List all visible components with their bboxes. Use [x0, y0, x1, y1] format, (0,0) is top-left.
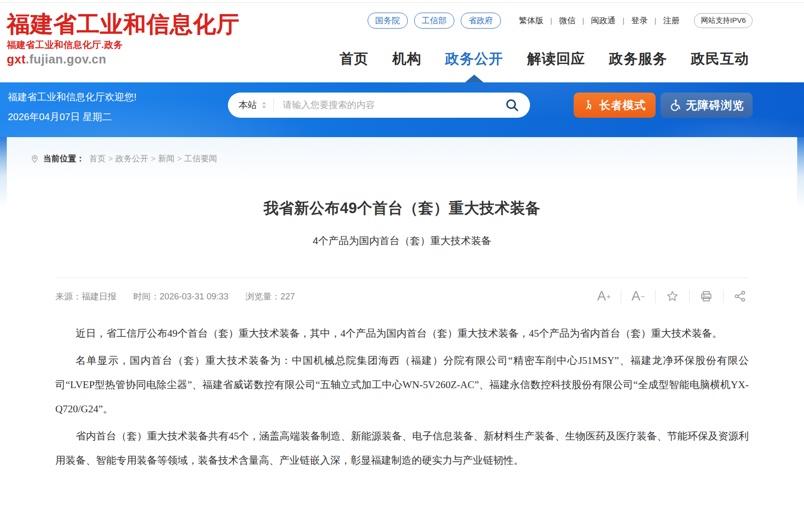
- content-background: 当前位置： 首页 > 政务公开 > 新闻 > 工信要闻 我省新公布49个首台（套…: [0, 137, 804, 532]
- meta-time: 时间：2026-03-31 09:33: [133, 292, 228, 301]
- link-miit[interactable]: 工信部: [414, 13, 454, 29]
- wheelchair-icon: [669, 99, 682, 111]
- crumb-industry-news[interactable]: 工信要闻: [184, 153, 217, 164]
- site-url-rest: .fujian.gov.cn: [26, 52, 106, 66]
- search-icon: [505, 98, 519, 112]
- nav-item-services[interactable]: 政务服务: [609, 49, 667, 82]
- link-minzhengtong[interactable]: 闽政通: [591, 15, 616, 26]
- share-button[interactable]: [723, 290, 749, 303]
- nav-item-gov-info[interactable]: 政务公开: [445, 49, 503, 82]
- minus-sign: −: [641, 293, 645, 300]
- site-url-prefix: gxt: [7, 52, 26, 66]
- link-separator: |: [655, 16, 657, 25]
- search-scope-select[interactable]: 本站: [239, 99, 267, 111]
- article: 我省新公布49个首台（套）重大技术装备 4个产品为国内首台（套）重大技术装备 来…: [7, 198, 797, 472]
- nav-item-interaction[interactable]: 政民互动: [691, 49, 749, 82]
- font-decrease-button[interactable]: A−: [621, 290, 655, 303]
- elder-mode-label: 长者模式: [599, 98, 646, 113]
- location-pin-icon: [30, 154, 39, 163]
- site-logo[interactable]: 福建省工业和信息化厅 福建省工业和信息化厅.政务 gxt.fujian.gov.…: [7, 12, 240, 66]
- breadcrumb-label: 当前位置：: [43, 153, 84, 164]
- search-scope-value: 本站: [239, 99, 257, 111]
- article-body: 近日，省工信厅公布49个首台（套）重大技术装备，其中，4个产品为国内首台（套）重…: [55, 321, 749, 472]
- font-increase-button[interactable]: A+: [587, 290, 621, 303]
- welcome-text: 福建省工业和信息化厅欢迎您!: [8, 87, 137, 107]
- site-title: 福建省工业和信息化厅: [7, 12, 240, 37]
- article-meta-row: 来源：福建日报 时间：2026-03-31 09:33 浏览量：227 A+ A…: [55, 278, 749, 303]
- printer-icon: [700, 290, 713, 303]
- link-separator: |: [582, 16, 584, 25]
- date-text: 2026年04月07日 星期二: [8, 107, 137, 127]
- search-button[interactable]: [505, 98, 519, 112]
- crumb-home[interactable]: 首页: [89, 153, 106, 164]
- search-divider: [273, 99, 274, 111]
- font-letter: A: [597, 290, 606, 303]
- breadcrumb: 当前位置： 首页 > 政务公开 > 新闻 > 工信要闻: [7, 137, 797, 164]
- link-state-council[interactable]: 国务院: [368, 13, 408, 29]
- search-bar: 本站: [228, 93, 530, 118]
- meta-views: 浏览量：227: [245, 292, 295, 301]
- print-button[interactable]: [689, 290, 723, 303]
- star-icon: [666, 290, 679, 303]
- elder-mode-button[interactable]: 长者模式: [574, 93, 656, 118]
- banner-welcome: 福建省工业和信息化厅欢迎您! 2026年04月07日 星期二: [8, 87, 137, 127]
- nav-item-home[interactable]: 首页: [339, 49, 369, 82]
- meta-source: 来源：福建日报: [55, 292, 116, 301]
- crumb-separator: >: [151, 154, 156, 164]
- favorite-button[interactable]: [655, 290, 689, 303]
- top-utility-bar: 国务院 工信部 省政府 繁体版 | 微信 | 闽政通 | 登录 | 注册 网站支…: [368, 13, 753, 29]
- search-input[interactable]: [282, 99, 500, 111]
- link-separator: |: [623, 16, 625, 25]
- link-register[interactable]: 注册: [663, 15, 679, 26]
- link-separator: |: [550, 16, 552, 25]
- utility-links: 繁体版 | 微信 | 闽政通 | 登录 | 注册: [519, 15, 680, 26]
- accessibility-label: 无障碍浏览: [686, 98, 744, 113]
- crumb-separator: >: [177, 154, 182, 164]
- crumb-news[interactable]: 新闻: [158, 153, 175, 164]
- paragraph-1: 近日，省工信厅公布49个首台（套）重大技术装备，其中，4个产品为国内首台（套）重…: [55, 321, 749, 345]
- elder-person-icon: [583, 99, 595, 111]
- share-icon: [734, 290, 747, 303]
- paragraph-3: 省内首台（套）重大技术装备共有45个，涵盖高端装备制造、新能源装备、电子信息装备…: [55, 424, 749, 472]
- link-traditional-chinese[interactable]: 繁体版: [519, 15, 544, 26]
- article-subtitle: 4个产品为国内首台（套）重大技术装备: [55, 234, 749, 248]
- crumb-separator: >: [108, 154, 113, 164]
- link-wechat[interactable]: 微信: [559, 15, 576, 26]
- main-nav: 首页 机构 政务公开 解读回应 政务服务 政民互动: [316, 49, 749, 82]
- nav-item-organization[interactable]: 机构: [392, 49, 421, 82]
- site-header: 福建省工业和信息化厅 福建省工业和信息化厅.政务 gxt.fujian.gov.…: [0, 0, 804, 82]
- accessibility-button[interactable]: 无障碍浏览: [660, 93, 753, 118]
- banner: 福建省工业和信息化厅欢迎您! 2026年04月07日 星期二 本站 长者模式 无…: [0, 82, 804, 137]
- content-card: 当前位置： 首页 > 政务公开 > 新闻 > 工信要闻 我省新公布49个首台（套…: [7, 137, 797, 532]
- link-provincial-gov[interactable]: 省政府: [461, 13, 501, 29]
- font-letter: A: [631, 290, 640, 303]
- crumb-gov-info[interactable]: 政务公开: [115, 153, 148, 164]
- link-login[interactable]: 登录: [631, 15, 648, 26]
- site-subtitle: 福建省工业和信息化厅.政务: [7, 39, 240, 51]
- paragraph-2: 名单显示，国内首台（套）重大技术装备为：中国机械总院集团海西（福建）分院有限公司…: [55, 348, 749, 421]
- article-meta: 来源：福建日报 时间：2026-03-31 09:33 浏览量：227: [55, 291, 309, 302]
- article-title: 我省新公布49个首台（套）重大技术装备: [55, 198, 749, 219]
- site-url: gxt.fujian.gov.cn: [7, 52, 240, 66]
- nav-item-interpretation[interactable]: 解读回应: [527, 49, 585, 82]
- ipv6-support-badge[interactable]: 网站支持IPV6: [694, 13, 753, 28]
- article-tools: A+ A−: [587, 290, 749, 303]
- plus-sign: +: [606, 293, 611, 300]
- sort-arrows-icon: [261, 101, 267, 109]
